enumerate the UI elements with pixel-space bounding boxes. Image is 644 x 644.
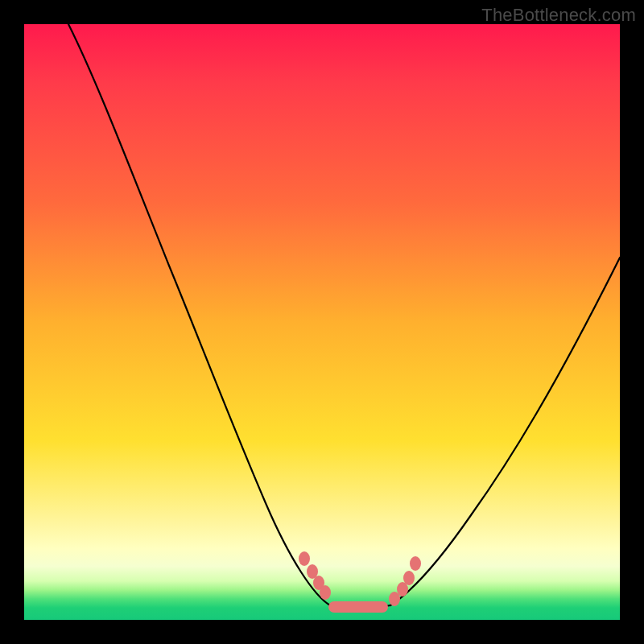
watermark-text: TheBottleneck.com [481,5,636,26]
marker-dot [320,585,331,600]
outer-frame: TheBottleneck.com [0,0,644,644]
marker-dot [410,556,421,571]
marker-dot [403,571,415,585]
marker-pill [328,601,388,613]
marker-dot [299,551,310,566]
left-curve [68,24,330,605]
plot-area [24,24,620,620]
right-curve [390,258,620,605]
curve-layer [24,24,620,620]
